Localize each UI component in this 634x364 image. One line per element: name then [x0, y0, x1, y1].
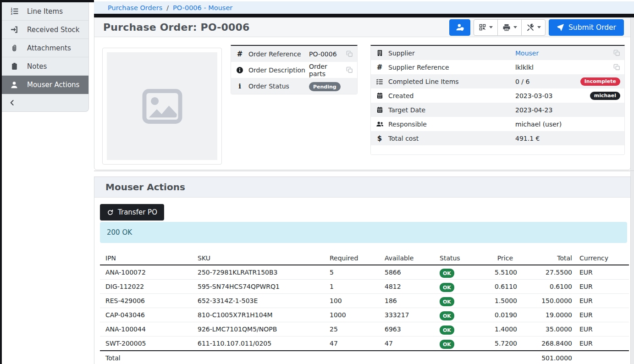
- cell-required: 5: [324, 265, 379, 280]
- user-icon: [9, 81, 20, 89]
- tools-icon: [526, 23, 535, 32]
- cell-required: 1000: [324, 308, 379, 322]
- column-header-required[interactable]: Required: [324, 252, 379, 265]
- detail-row-supplier: Supplier Mouser: [371, 46, 624, 60]
- cell-status: OK: [434, 308, 489, 322]
- circle-info-icon: [231, 66, 248, 74]
- sidebar-item-notes[interactable]: Notes: [2, 57, 88, 76]
- detail-row-created: Created 2023-03-03 michael: [371, 88, 624, 103]
- cell-price: 1.4000: [489, 322, 518, 336]
- detail-value: 491.1 €: [515, 135, 624, 142]
- copy-icon[interactable]: [611, 64, 623, 71]
- cell-ipn: RES-429006: [100, 294, 192, 308]
- table-row: RES-429006652-3314Z-1-503E100186OK1.5000…: [100, 294, 629, 308]
- order-details-panel: Purchase Order: PO-0006: [94, 17, 631, 170]
- cell-status: OK: [434, 336, 489, 351]
- cell-ipn: CAP-043046: [100, 308, 192, 322]
- vertical-scrollbar[interactable]: [630, 17, 634, 364]
- detail-label: Order Reference: [248, 50, 309, 58]
- chevron-down-icon: [513, 26, 517, 28]
- detail-label: Created: [388, 92, 515, 99]
- column-header-total[interactable]: Total: [518, 252, 578, 265]
- order-details-header: Purchase Order: PO-0006: [94, 18, 630, 37]
- sidebar-item-received-stock[interactable]: Received Stock: [2, 21, 88, 39]
- detail-value: michael (user): [515, 121, 624, 128]
- cell-price: 5.5100: [489, 265, 518, 280]
- cell-available: 47: [379, 336, 434, 351]
- list-check-icon: [371, 78, 388, 85]
- mouser-actions-header: Mouser Actions: [94, 177, 630, 198]
- barcode-button[interactable]: [474, 19, 498, 36]
- cell-total: 19.0000: [518, 308, 578, 322]
- column-header-sku[interactable]: SKU: [192, 252, 324, 265]
- detail-row-target-date: Target Date 2023-04-23: [371, 103, 624, 117]
- breadcrumb-separator: /: [166, 4, 169, 11]
- cell-status: OK: [434, 265, 489, 280]
- detail-value: 0 / 6: [515, 78, 580, 85]
- alert-text: 200 OK: [107, 228, 132, 237]
- svg-text:3: 3: [11, 12, 12, 15]
- printer-icon: [502, 23, 511, 32]
- detail-label: Supplier: [388, 50, 515, 57]
- sign-in-icon: [9, 25, 20, 34]
- copy-icon[interactable]: [611, 50, 623, 56]
- sidebar-item-label: Attachments: [27, 44, 71, 52]
- column-header-price[interactable]: Price: [489, 252, 518, 265]
- detail-row-order-description: Order Description Order parts: [231, 62, 357, 78]
- sidebar-item-line-items[interactable]: 123 Line Items: [2, 2, 88, 21]
- paper-plane-icon: [557, 23, 564, 31]
- breadcrumb-link-current[interactable]: PO-0006 - Mouser: [173, 4, 232, 11]
- table-total-row: Total 501.0000: [100, 351, 629, 364]
- cell-currency: EUR: [578, 308, 629, 322]
- cell-ipn: DIG-112022: [100, 280, 192, 294]
- detail-row-responsible: Responsible michael (user): [371, 117, 624, 131]
- total-label: Total: [100, 351, 518, 364]
- user-badge: michael: [590, 92, 620, 100]
- breadcrumb-link-purchase-orders[interactable]: Purchase Orders: [108, 4, 162, 11]
- cell-price: 5.7200: [489, 336, 518, 351]
- dollar-icon: $: [371, 134, 388, 143]
- submit-order-button[interactable]: Submit Order: [549, 19, 624, 36]
- cell-total: 27.5500: [518, 265, 578, 280]
- mouser-results-table: IPNSKURequiredAvailableStatusPriceTotalC…: [100, 252, 629, 364]
- cell-sku: 810-C1005X7R1H104M: [192, 308, 324, 322]
- transfer-po-button[interactable]: Transfer PO: [100, 204, 164, 221]
- copy-icon[interactable]: [343, 50, 355, 57]
- admin-button[interactable]: [449, 19, 470, 36]
- order-image-card[interactable]: [102, 48, 222, 165]
- table-row: ANA-100072250-72981KLRATR150B355866OK5.5…: [100, 265, 629, 280]
- mouser-actions-body: Transfer PO 200 OK IPNSKURequiredAvailab…: [94, 198, 630, 364]
- total-value: 501.0000: [518, 351, 578, 364]
- sidebar-item-mouser-actions[interactable]: Mouser Actions: [2, 76, 88, 94]
- status-alert: 200 OK: [100, 222, 627, 243]
- options-button[interactable]: [521, 19, 546, 36]
- calendar-icon: [371, 106, 388, 113]
- order-details-body: # Order Reference PO-0006 Order Descript…: [94, 37, 630, 170]
- detail-row-completed-line-items: Completed Line Items 0 / 6 Incomplete: [371, 74, 624, 88]
- ok-badge: OK: [440, 325, 454, 335]
- sidebar: 123 Line Items Received Stock Attachment…: [2, 2, 89, 112]
- header-separator-band: [94, 14, 634, 17]
- supplier-link[interactable]: Mouser: [515, 50, 611, 57]
- list-ol-icon: 123: [9, 7, 20, 16]
- mouser-actions-panel: Mouser Actions Transfer PO 200 OK IPNSKU…: [94, 176, 631, 364]
- column-header-ipn[interactable]: IPN: [100, 252, 192, 265]
- panel-divider: [94, 171, 634, 171]
- detail-label: Order Description: [248, 66, 309, 74]
- ok-badge: OK: [440, 283, 454, 292]
- cell-required: 1: [324, 280, 379, 294]
- cell-currency: EUR: [578, 265, 629, 280]
- column-header-status[interactable]: Status: [434, 252, 489, 265]
- cell-ipn: SWT-200005: [100, 336, 192, 351]
- calendar-icon: [371, 92, 388, 99]
- sidebar-item-attachments[interactable]: Attachments: [2, 39, 88, 57]
- column-header-available[interactable]: Available: [379, 252, 434, 265]
- detail-row-empty: [371, 145, 624, 154]
- status-badge: Pending: [309, 82, 341, 91]
- detail-label: Order Status: [248, 83, 309, 90]
- column-header-currency[interactable]: Currency: [578, 252, 629, 265]
- sidebar-collapse-button[interactable]: [2, 94, 88, 111]
- copy-icon[interactable]: [343, 66, 355, 73]
- cell-available: 4812: [379, 280, 434, 294]
- print-button[interactable]: [497, 19, 522, 36]
